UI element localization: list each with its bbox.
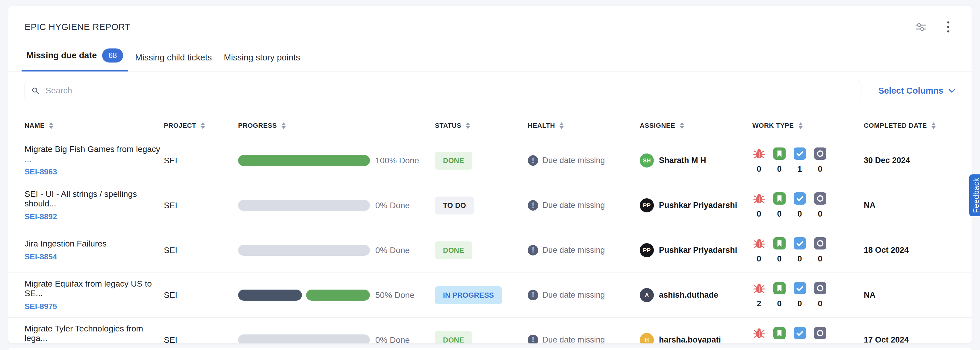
status-cell: DONE: [435, 331, 528, 344]
project-cell: SEI: [164, 156, 238, 165]
completed-date-cell: 30 Dec 2024: [864, 156, 955, 165]
bug-icon: [753, 147, 765, 160]
kebab-menu-icon[interactable]: [941, 20, 955, 34]
table-row: SEI - UI - All strings / spellings shoul…: [8, 183, 972, 228]
work-type-cell: 0 0 0 0: [752, 327, 864, 344]
progress-segment-done: [306, 290, 370, 301]
work-type-bug: 0: [752, 327, 765, 344]
story-count: 0: [777, 165, 781, 174]
issue-key-link[interactable]: SEI-8854: [25, 252, 164, 261]
column-header-assignee[interactable]: ASSIGNEE: [640, 122, 752, 130]
avatar: PP: [640, 198, 654, 212]
bug-icon: [753, 282, 765, 295]
name-cell: Migrate Big Fish Games from legacy ... S…: [25, 144, 164, 176]
work-type-task: 0: [793, 282, 806, 309]
task-count: 0: [797, 299, 802, 309]
incident-icon: [814, 237, 826, 250]
health-label: Due date missing: [542, 156, 605, 165]
work-type-cell: 0 0 0 0: [752, 192, 864, 219]
issue-name: Migrate Equifax from legacy US to SE...: [25, 279, 164, 298]
issue-name: Jira Ingestion Failures: [25, 239, 164, 249]
search-input[interactable]: [46, 86, 854, 95]
task-count: 0: [797, 209, 802, 219]
tab-label: Missing story points: [224, 53, 300, 63]
select-columns-label: Select Columns: [878, 86, 943, 96]
issue-key-link[interactable]: SEI-8963: [25, 167, 164, 176]
column-header-project[interactable]: PROJECT: [164, 122, 238, 130]
issue-key-link[interactable]: SEI-8892: [25, 212, 164, 222]
assignee-name: Sharath M H: [659, 156, 706, 165]
exclamation-icon: !: [528, 290, 538, 300]
progress-label: 50% Done: [375, 290, 415, 300]
status-cell: DONE: [435, 152, 528, 169]
project-cell: SEI: [164, 201, 238, 210]
progress-segment: [238, 200, 370, 211]
tab-missing-child-tickets[interactable]: Missing child tickets: [130, 47, 216, 71]
bug-icon: [753, 237, 765, 250]
table-row: Jira Ingestion Failures SEI-8854 SEI 0% …: [8, 228, 972, 272]
assignee-cell: A ashish.duthade: [640, 288, 752, 302]
work-type-story: 0: [773, 237, 786, 264]
tab-missing-story-points[interactable]: Missing story points: [219, 47, 305, 71]
column-header-status[interactable]: STATUS: [435, 122, 528, 130]
column-header-work-type[interactable]: WORK TYPE: [752, 122, 864, 130]
progress-bar: [238, 290, 370, 301]
work-type-incident: 0: [813, 147, 827, 174]
progress-bar: [238, 155, 370, 166]
story-icon: [773, 192, 786, 204]
completed-date-cell: 18 Oct 2024: [864, 245, 955, 255]
task-icon: [794, 237, 806, 250]
story-icon: [773, 147, 786, 160]
column-header-progress[interactable]: PROGRESS: [238, 122, 435, 130]
column-header-name[interactable]: NAME: [25, 122, 164, 130]
progress-label: 0% Done: [375, 201, 410, 210]
work-type-bug: 2: [752, 282, 765, 309]
card-header: EPIC HYGIENE REPORT: [8, 6, 972, 34]
select-columns-button[interactable]: Select Columns: [878, 86, 955, 96]
sort-icon: [931, 122, 935, 129]
completed-date-cell: NA: [864, 290, 955, 300]
progress-segment: [238, 245, 370, 256]
search-icon: [32, 87, 40, 95]
table-header-row: NAME PROJECT PROGRESS STATUS HEALTH ASSI…: [8, 113, 972, 138]
status-cell: IN PROGRESS: [435, 286, 528, 304]
task-icon: [794, 147, 806, 160]
issue-key-link[interactable]: SEI-8975: [25, 302, 164, 311]
search-box[interactable]: [25, 81, 861, 100]
work-type-task: 1: [793, 147, 806, 174]
name-cell: Migrate Equifax from legacy US to SE... …: [25, 279, 164, 311]
incident-count: 0: [818, 165, 822, 174]
health-cell: ! Due date missing: [528, 155, 640, 166]
exclamation-icon: !: [528, 245, 538, 255]
status-badge: DONE: [435, 241, 473, 259]
sort-icon: [799, 122, 803, 129]
work-type-story: 0: [773, 327, 786, 344]
progress-label: 0% Done: [375, 245, 410, 255]
epic-hygiene-report-card: EPIC HYGIENE REPORT Missing: [8, 6, 972, 344]
avatar: H: [640, 333, 654, 344]
sort-icon: [466, 122, 470, 129]
status-badge: TO DO: [435, 196, 474, 214]
chevron-down-icon: [948, 89, 955, 93]
column-header-completed-date[interactable]: COMPLETED DATE: [864, 122, 955, 130]
status-badge: IN PROGRESS: [435, 286, 502, 304]
health-cell: ! Due date missing: [528, 200, 640, 211]
work-type-bug: 0: [752, 237, 765, 264]
column-header-health[interactable]: HEALTH: [528, 122, 640, 130]
health-label: Due date missing: [542, 290, 605, 300]
work-type-cell: 0 0 1 0: [752, 147, 864, 174]
tab-missing-due-date[interactable]: Missing due date 68: [22, 43, 128, 71]
progress-segment: [238, 155, 370, 166]
status-badge: DONE: [435, 331, 473, 344]
sliders-icon[interactable]: [913, 20, 928, 34]
progress-segment: [238, 334, 370, 344]
avatar: A: [640, 288, 654, 302]
feedback-tab[interactable]: Feedback: [969, 174, 980, 216]
progress-segment-remaining: [238, 290, 302, 301]
health-label: Due date missing: [542, 201, 605, 210]
exclamation-icon: !: [528, 200, 538, 211]
avatar: PP: [640, 243, 654, 257]
status-cell: TO DO: [435, 196, 528, 214]
task-count: 0: [797, 254, 802, 264]
status-cell: DONE: [435, 241, 528, 259]
